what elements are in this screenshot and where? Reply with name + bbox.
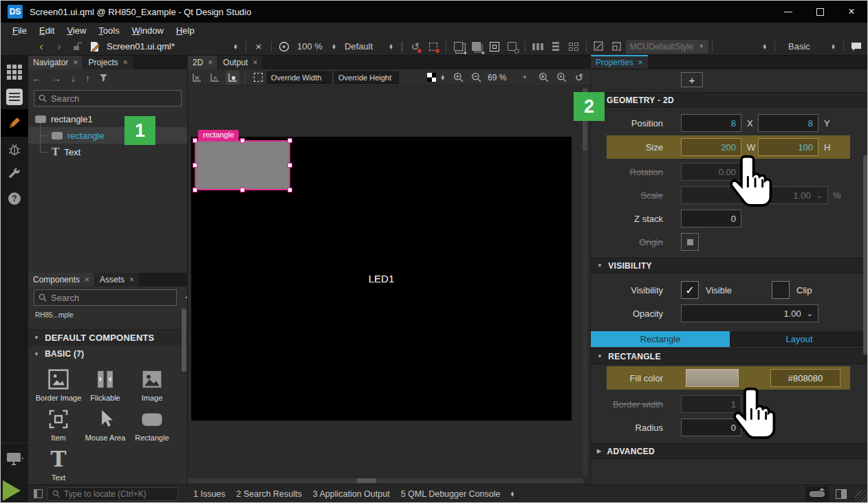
horizontal-scrollbar[interactable]	[188, 478, 583, 483]
row-layout-icon[interactable]	[531, 40, 545, 54]
canvas-zoom-level[interactable]: 69 %	[488, 73, 514, 82]
override-width-input[interactable]	[267, 71, 332, 84]
locator-input[interactable]	[64, 489, 173, 499]
component-text[interactable]: T Text	[38, 447, 79, 482]
close-icon[interactable]: ×	[129, 275, 134, 284]
tab-2d[interactable]: 2D×	[188, 56, 217, 69]
pane-issues[interactable]: 1 Issues	[188, 489, 231, 499]
tab-output[interactable]: Output×	[218, 56, 262, 69]
tab-properties[interactable]: Properties×	[591, 55, 648, 69]
run-target-monitor-icon[interactable]	[1, 447, 28, 472]
style-spinner[interactable]: ▲▼	[762, 44, 767, 49]
help-mode-icon[interactable]: ?	[1, 186, 28, 211]
tree-item-rectangle1[interactable]: rectangle1	[28, 111, 187, 127]
menu-view[interactable]: View	[61, 25, 92, 36]
section-geometry[interactable]: GEOMETRY - 2D	[591, 92, 868, 108]
file-spinner[interactable]: ▲▼	[233, 44, 238, 49]
navigator-search-input[interactable]	[51, 93, 177, 104]
resize-handle[interactable]	[240, 188, 245, 192]
component-mouse-area[interactable]: Mouse Area	[85, 407, 126, 442]
pane-search-results[interactable]: 2 Search Results	[231, 489, 307, 499]
navigator-search[interactable]	[34, 90, 182, 107]
sidebar-toggle-icon[interactable]	[34, 489, 43, 498]
back-icon[interactable]: ‹	[34, 40, 48, 54]
position-y-field[interactable]: 8	[758, 114, 818, 132]
welcome-mode-icon[interactable]	[1, 60, 28, 85]
zoom-all-icon[interactable]	[536, 71, 550, 85]
lock-icon[interactable]	[70, 40, 84, 54]
run-button[interactable]	[3, 480, 21, 501]
background-spinner[interactable]: ▲▼	[440, 75, 445, 80]
screen-root-item[interactable]: LED1 rectangle	[191, 137, 572, 421]
edit-component-icon[interactable]	[488, 40, 501, 54]
minimize-button[interactable]	[772, 1, 804, 23]
create-component-icon[interactable]: ✦	[452, 40, 466, 54]
components-search-input[interactable]	[51, 293, 172, 303]
maximize-button[interactable]	[804, 1, 836, 23]
background-color-icon[interactable]	[427, 73, 436, 82]
clip-checkbox[interactable]	[772, 281, 790, 299]
resize-handle[interactable]	[193, 188, 197, 192]
pane-qml-debugger-console[interactable]: 5 QML Debugger Console	[395, 489, 506, 499]
vertical-scrollbar[interactable]	[583, 87, 587, 475]
edit-mode-icon[interactable]	[1, 85, 28, 109]
close-icon[interactable]: ×	[208, 58, 213, 67]
scrollbar-thumb[interactable]	[357, 478, 376, 483]
resize-handle[interactable]	[287, 188, 292, 192]
components-scrollbar[interactable]	[182, 309, 186, 372]
close-button[interactable]: ×	[836, 1, 867, 23]
move-down-icon[interactable]: ↓	[71, 73, 76, 84]
design-mode-icon[interactable]	[1, 109, 28, 137]
menu-help[interactable]: Help	[170, 25, 201, 36]
component-image[interactable]: Image	[131, 368, 173, 402]
tab-components[interactable]: Components×	[28, 273, 94, 287]
forward-icon[interactable]: ›	[52, 40, 66, 54]
zoom-dropdown-icon[interactable]: ▼	[522, 74, 528, 80]
close-icon[interactable]: ×	[252, 58, 257, 67]
edit-document-icon[interactable]	[88, 40, 102, 54]
fill-color-swatch[interactable]	[686, 369, 739, 387]
component-library-icon[interactable]	[506, 40, 519, 54]
run-preview-icon[interactable]	[277, 40, 291, 54]
component-border-image[interactable]: Border Image	[38, 368, 79, 402]
zoom-out-icon[interactable]	[469, 71, 483, 85]
zoom-spinner[interactable]: ▲▼	[332, 44, 336, 49]
sync-with-code-icon[interactable]: ↺	[409, 40, 422, 54]
close-document-icon[interactable]: ×	[252, 40, 265, 54]
component-flickable[interactable]: Flickable	[85, 368, 126, 402]
visible-checkbox[interactable]: ✓	[681, 281, 699, 299]
grid-layout-icon[interactable]	[567, 40, 581, 54]
debug-mode-icon[interactable]	[1, 137, 28, 161]
selected-rectangle[interactable]: rectangle	[195, 140, 290, 190]
resize-handle[interactable]	[193, 138, 197, 143]
tab-assets[interactable]: Assets×	[95, 273, 139, 287]
properties-scrollbar[interactable]	[863, 155, 868, 355]
origin-button[interactable]	[681, 233, 699, 251]
add-property-button[interactable]: +	[681, 72, 703, 87]
move-left-icon[interactable]: ←	[32, 73, 42, 84]
current-file[interactable]: Screen01.ui.qml*	[107, 41, 229, 52]
add-module-button[interactable]: +	[182, 291, 188, 304]
subtab-rectangle[interactable]: Rectangle	[591, 331, 730, 347]
section-visibility[interactable]: ▼ VISIBILITY	[591, 258, 868, 273]
menu-tools[interactable]: Tools	[92, 25, 125, 36]
feedback-bubble-icon[interactable]	[849, 40, 863, 54]
no-snapping-icon[interactable]	[190, 71, 204, 85]
section-rectangle[interactable]: ▼ RECTANGLE	[591, 348, 868, 364]
annotation-icon[interactable]	[592, 40, 606, 54]
panes-spinner[interactable]: ▲▼	[510, 491, 514, 497]
menu-window[interactable]: Window	[126, 25, 170, 36]
tab-navigator[interactable]: Navigator×	[28, 56, 83, 69]
show-bounds-icon[interactable]	[251, 71, 265, 85]
subtab-layout[interactable]: Layout	[730, 331, 868, 347]
resize-handle[interactable]	[287, 138, 292, 143]
reset-view-icon[interactable]: ↺	[572, 71, 586, 85]
section-advanced[interactable]: ▶ ADVANCED	[591, 443, 868, 459]
close-icon[interactable]: ×	[123, 58, 128, 67]
theme-selector[interactable]: Basic	[779, 41, 827, 52]
annotation-list-icon[interactable]	[610, 40, 624, 54]
right-sidebar-toggle-icon[interactable]	[836, 489, 847, 499]
tree-item-rectangle[interactable]: rectangle	[28, 127, 187, 144]
zoom-in-icon[interactable]	[451, 71, 465, 85]
snap-frame-icon[interactable]	[426, 40, 440, 54]
